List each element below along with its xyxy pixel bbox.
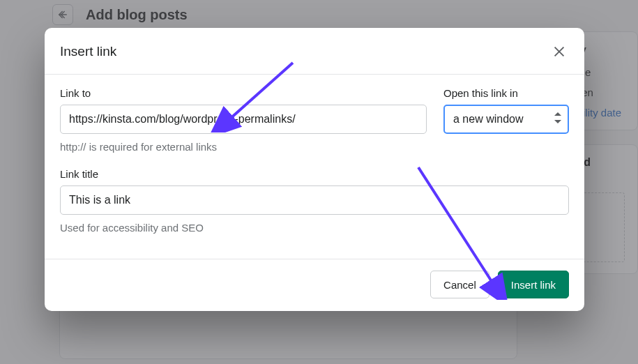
open-in-selected-value: a new window xyxy=(453,113,524,126)
insert-link-modal: Insert link Link to http:// is required … xyxy=(45,28,584,311)
cancel-button-label: Cancel xyxy=(443,279,476,291)
link-to-input[interactable] xyxy=(60,105,427,134)
link-title-hint: Used for accessibility and SEO xyxy=(60,222,569,234)
modal-body: Link to http:// is required for external… xyxy=(45,75,584,246)
svg-marker-4 xyxy=(554,120,561,123)
close-button[interactable] xyxy=(549,42,569,61)
svg-marker-3 xyxy=(554,112,561,116)
insert-link-button-label: Insert link xyxy=(511,279,556,291)
link-title-field-group: Link title Used for accessibility and SE… xyxy=(60,168,569,234)
open-in-select[interactable]: a new window xyxy=(443,105,569,134)
modal-title: Insert link xyxy=(60,44,116,59)
open-in-label: Open this link in xyxy=(443,87,569,99)
close-icon xyxy=(552,44,567,59)
link-to-hint: http:// is required for external links xyxy=(60,141,427,153)
chevron-updown-icon xyxy=(554,112,562,126)
cancel-button[interactable]: Cancel xyxy=(430,271,489,298)
insert-link-button[interactable]: Insert link xyxy=(498,271,569,298)
link-to-field-group: Link to http:// is required for external… xyxy=(60,87,427,153)
link-to-label: Link to xyxy=(60,87,427,99)
modal-header: Insert link xyxy=(45,28,584,75)
modal-footer: Cancel Insert link xyxy=(45,259,584,311)
open-in-field-group: Open this link in a new window xyxy=(443,87,569,134)
link-title-input[interactable] xyxy=(60,185,569,215)
link-title-label: Link title xyxy=(60,168,569,180)
